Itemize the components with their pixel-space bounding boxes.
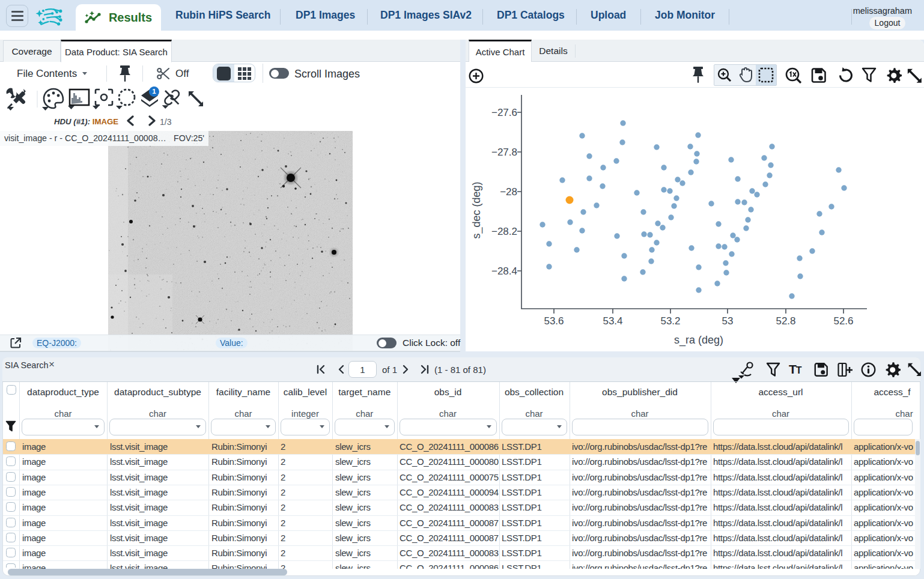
svg-text:53.2: 53.2 bbox=[660, 315, 680, 327]
svg-text:s_dec (deg): s_dec (deg) bbox=[470, 181, 483, 238]
svg-text:−28: −28 bbox=[500, 186, 517, 198]
svg-text:53: 53 bbox=[722, 315, 734, 327]
svg-text:−28.4: −28.4 bbox=[491, 265, 517, 277]
svg-text:−28.2: −28.2 bbox=[491, 226, 517, 237]
svg-text:53.4: 53.4 bbox=[603, 315, 622, 327]
svg-text:52.8: 52.8 bbox=[776, 315, 795, 327]
svg-text:−27.8: −27.8 bbox=[491, 147, 517, 158]
svg-text:−27.6: −27.6 bbox=[491, 107, 517, 118]
svg-text:52.6: 52.6 bbox=[833, 315, 853, 327]
svg-text:s_ra (deg): s_ra (deg) bbox=[674, 334, 723, 347]
svg-text:53.6: 53.6 bbox=[544, 315, 564, 327]
